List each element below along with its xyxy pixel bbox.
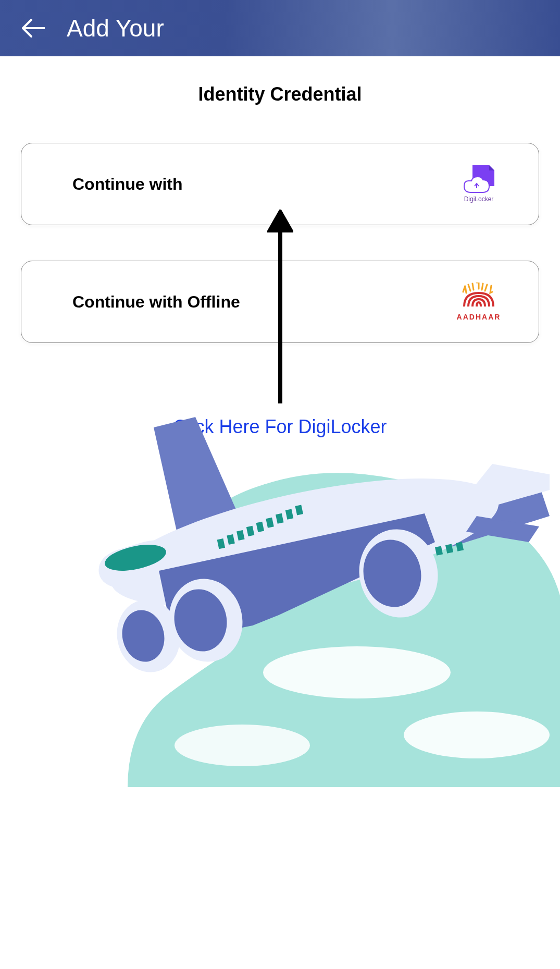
digilocker-logo-icon xyxy=(463,165,494,194)
svg-point-1 xyxy=(404,712,550,758)
svg-point-0 xyxy=(263,646,451,698)
aadhaar-logo-icon xyxy=(453,283,505,314)
back-button[interactable] xyxy=(21,16,46,41)
digilocker-icon: DigiLocker xyxy=(463,165,494,203)
page-title: Add Your xyxy=(67,14,164,42)
option-label: Continue with Offline xyxy=(72,292,240,312)
airplane-illustration xyxy=(86,412,560,777)
digilocker-label: DigiLocker xyxy=(464,195,494,203)
aadhaar-label: AADHAAR xyxy=(457,313,501,321)
aadhaar-icon-area: AADHAAR xyxy=(450,281,507,323)
subtitle: Identity Credential xyxy=(21,83,539,105)
continue-digilocker-option[interactable]: Continue with DigiLocker xyxy=(21,143,539,225)
app-header: Add Your xyxy=(0,0,560,56)
digilocker-icon-area: DigiLocker xyxy=(450,163,507,205)
continue-offline-aadhaar-option[interactable]: Continue with Offline AADHAAR xyxy=(21,261,539,343)
svg-point-2 xyxy=(175,725,310,766)
content-area: Identity Credential Continue with DigiLo… xyxy=(0,56,560,438)
option-label: Continue with xyxy=(72,175,183,194)
back-arrow-icon xyxy=(22,19,45,38)
